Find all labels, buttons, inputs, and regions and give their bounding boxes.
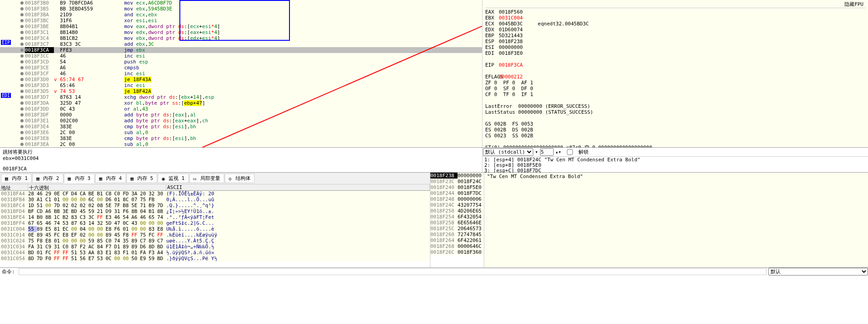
register-line[interactable]: EDX01D60074: [485, 27, 865, 33]
stack-row[interactable]: 0018F2504D206E65: [430, 208, 484, 214]
lock-checkbox[interactable]: [563, 149, 577, 155]
memory-tab[interactable]: ▦内存 3: [64, 174, 95, 183]
disasm-row[interactable]: 0018F3CF 46inc esi: [0, 71, 482, 77]
stack-row[interactable]: 0018F23800000000: [430, 173, 484, 179]
disasm-row[interactable]: 0018F3E6 2C 00sub al,0: [0, 130, 482, 135]
memory-tab[interactable]: ▦内存 1: [1, 174, 32, 183]
disasm-row[interactable]: 0018F3DA 325D 47xor bl,byte ptr ss:[ebp+…: [0, 100, 482, 106]
disassembly-panel[interactable]: EIP EDI 0018F3B0 B9 7DBFCDA6mov ecx,A6CD…: [0, 0, 482, 147]
dump-row[interactable]: 0031C0045589E581EC00040000E8F601000083E8…: [0, 226, 430, 232]
disasm-row[interactable]: 0018F3B0 B9 7DBFCDA6mov ecx,A6CDBF7D: [0, 0, 482, 6]
stack-row[interactable]: 0018F24800000006: [430, 196, 484, 202]
disasm-row[interactable]: 0018F3D7 8763 14xchg dword ptr ds:[ebx+1…: [0, 94, 482, 100]
memory-tab[interactable]: ▦内存 5: [126, 174, 157, 183]
dump-header-hex[interactable]: 十六进制: [28, 184, 166, 190]
disasm-row[interactable]: 0018F3CC 46inc esi: [0, 53, 482, 59]
dump-row[interactable]: 0031BFD4BFCDA6BB3EBD455921D931F68B04B18B…: [0, 208, 430, 214]
command-mode-select[interactable]: 默认: [768, 268, 868, 276]
dump-row[interactable]: 0031C02475F8E8010000005985C0743589C789C7…: [0, 238, 430, 244]
stack-info-panel: "Tw Cen MT Condensed Extra Bold": [484, 173, 868, 267]
jump-info: 跳转将要执行: [3, 149, 479, 155]
stack-row[interactable]: 0018F24C43207754: [430, 202, 484, 208]
stack-row[interactable]: 0018F2586E65646E: [430, 220, 484, 226]
dump-row[interactable]: 0031BFA42846290ECFD4CABEB1C8C0FD3A203230…: [0, 191, 430, 197]
dump-row[interactable]: 0031BFC41D51007D02020202085E7FB85E71B97D…: [0, 203, 430, 208]
disasm-row[interactable]: 0018F3CE A6cmpsb: [0, 65, 482, 71]
disasm-row[interactable]: 0018F3E4 383Ecmp byte ptr ds:[esi],bh: [0, 124, 482, 130]
dump-row[interactable]: 0031BFB430A1C1010000006C00D6018C0775FB 0…: [0, 197, 430, 203]
stack-row[interactable]: 0018F26C0018F360: [430, 249, 484, 255]
disasm-row[interactable]: 0018F3EA 2C 00sub al,0: [0, 141, 482, 147]
stack-panel[interactable]: 0018F238000000000018F23C0018F24C0018F240…: [430, 173, 484, 267]
memory-tab[interactable]: ▦内存 2: [32, 174, 63, 183]
disasm-row[interactable]: 0018F3BA 21D9and ecx,ebx: [0, 12, 482, 18]
disasm-row[interactable]: 0018F3D5v 74 53je 18F42A: [0, 88, 482, 94]
stack-row[interactable]: 0018F23C0018F24C: [430, 179, 484, 184]
memory-tab[interactable]: ◇结构体: [225, 174, 255, 183]
disasm-row[interactable]: 0018F3D3 65:46inc esi: [0, 82, 482, 88]
stack-row[interactable]: 0018F25C20646573: [430, 226, 484, 232]
register-line[interactable]: ESP0018F238: [485, 39, 865, 44]
hide-fpu-link[interactable]: 隐藏FPU: [843, 1, 865, 8]
memory-tab[interactable]: ▦内存 4: [95, 174, 126, 183]
stack-params-panel[interactable]: 默认 (stdcall) ▾ ▴▾ 解锁 1: [esp+4] 0018F24C…: [482, 148, 868, 172]
stack-row[interactable]: 0018F2646F422061: [430, 237, 484, 243]
dump-row[interactable]: 0031C034FA31C931C087F2AC84F7D18989D68DBD…: [0, 244, 430, 250]
disasm-row[interactable]: 0018F3DF 0000add byte ptr ds:[eax],al: [0, 112, 482, 118]
stack-row[interactable]: 0018F2546F432054: [430, 214, 484, 220]
memory-tab[interactable]: ◉监视 1: [158, 174, 188, 183]
stack-row[interactable]: 0018F2440018F7DC: [430, 190, 484, 196]
edi-marker: EDI: [1, 93, 11, 98]
stack-param-line[interactable]: 1: [esp+4] 0018F24C "Tw Cen MT Condensed…: [484, 157, 868, 162]
disasm-row[interactable]: 0018F3D0v 65:74 67je 18F43A: [0, 77, 482, 82]
disasm-row[interactable]: 0018F3BC 31F6xor esi,esi: [0, 18, 482, 24]
disasm-row[interactable]: 0018F3C4 8B1CB2mov ebx,dword ptr ds:[edx…: [0, 35, 482, 41]
dump-header-addr[interactable]: 地址: [0, 184, 28, 190]
disasm-row[interactable]: 0018F3CD 54push esp: [0, 59, 482, 65]
calling-convention-select[interactable]: 默认 (stdcall): [483, 148, 533, 156]
disasm-row[interactable]: 0018F3C1 8B14B0mov edx,dword ptr ds:[eax…: [0, 29, 482, 35]
dump-header-ascii[interactable]: ASCII: [166, 184, 430, 190]
eip-info: 0018F3CA: [3, 166, 479, 172]
disasm-row[interactable]: 0018F3B5 BB 3EBD4559mov ebx,5945BD3E: [0, 6, 482, 12]
disasm-row[interactable]: 0018F3BE 8B04B1mov eax,dword ptr ds:[ecx…: [0, 24, 482, 29]
register-line[interactable]: ESI00000000: [485, 44, 865, 50]
register-line[interactable]: EDI0018F3E0: [485, 50, 865, 56]
register-line[interactable]: [485, 56, 865, 62]
eip-marker: EIP: [1, 40, 11, 45]
dump-row[interactable]: 0031BFF46765467453876314325D470C43000000…: [0, 220, 430, 226]
register-line[interactable]: EFLAGS00000212: [485, 74, 865, 80]
info-panel: 跳转将要执行 ebx=0031C004 0018F3CA: [0, 148, 482, 172]
arg-count-input[interactable]: [540, 148, 554, 156]
dump-row[interactable]: 0031BFE414B08B1CB283C33CFFE34654A6466574…: [0, 214, 430, 220]
register-line[interactable]: [485, 68, 865, 74]
stack-row[interactable]: 0018F2400018F5E0: [430, 184, 484, 190]
stack-row[interactable]: 0018F26072747845: [430, 232, 484, 237]
command-input[interactable]: [19, 268, 767, 275]
disasm-row[interactable]: 0018F3DD 0C 43or al,43: [0, 106, 482, 112]
register-line[interactable]: EBP5D321443: [485, 33, 865, 39]
stack-row[interactable]: 0018F2680000646C: [430, 243, 484, 249]
register-line[interactable]: EIP0018F3CA: [485, 62, 865, 68]
command-label: 命令:: [0, 268, 17, 275]
dump-row[interactable]: 0031C0140E8945FCE8EF0200008945F8FF75FCFF…: [0, 232, 430, 238]
ebx-info: ebx=0031C004: [3, 155, 479, 161]
disasm-row[interactable]: 0018F3C7 83C3 3Cadd ebx,3C: [0, 41, 482, 47]
register-line[interactable]: EAX0018F560: [485, 9, 865, 15]
memory-dump-panel[interactable]: ▦内存 1▦内存 2▦内存 3▦内存 4▦内存 5◉监视 1▭局部变量◇结构体 …: [0, 173, 430, 267]
stack-param-line[interactable]: 2: [esp+8] 0018F5E0: [484, 162, 868, 168]
memory-tab[interactable]: ▭局部变量: [189, 174, 224, 183]
register-line[interactable]: EBX0031C004: [485, 15, 865, 21]
register-line[interactable]: ECX0045BD3C eqnedt32.0045BD3C: [485, 21, 865, 27]
registers-panel[interactable]: 隐藏FPU EAX0018F560EBX0031C004ECX0045BD3C …: [482, 0, 868, 147]
disasm-row[interactable]: 0018F3E1 002C00add byte ptr ds:[eax+eax]…: [0, 118, 482, 124]
disasm-row[interactable]: 0018F3CA FFE3jmp ebx: [0, 47, 482, 53]
disasm-row[interactable]: 0018F3E8 383Ecmp byte ptr ds:[esi],bh: [0, 135, 482, 141]
dump-row[interactable]: 0031C044BD01FCFFFF5153AA83E183F101FAF3A4…: [0, 250, 430, 256]
dump-row[interactable]: 0031C0548D7DF0FFFF5156E7530C000050E959BD…: [0, 256, 430, 261]
